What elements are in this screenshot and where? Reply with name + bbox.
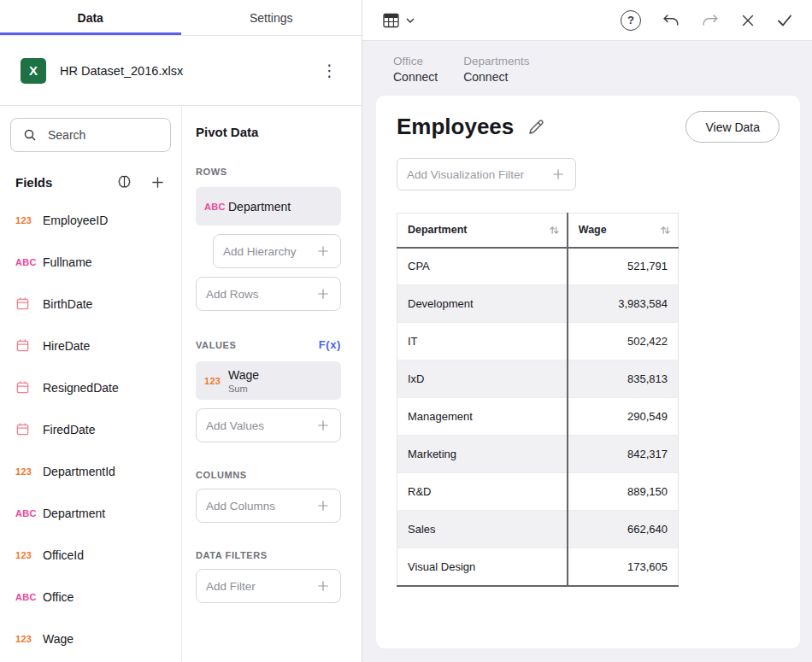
visualization-type-picker[interactable] <box>383 13 415 28</box>
text-type-icon: ABC <box>15 508 43 518</box>
number-type-icon: 123 <box>15 634 43 644</box>
column-header-department[interactable]: Department <box>397 214 568 248</box>
excel-file-icon: X <box>21 58 46 84</box>
add-hierarchy-dropzone[interactable]: Add Hierarchy <box>213 234 341 268</box>
fields-header: Fields <box>15 173 166 192</box>
visualization-card: Employees View Data Add Visualization Fi… <box>376 96 800 648</box>
add-values-dropzone[interactable]: Add Values <box>196 408 341 442</box>
visualization-toolbar: ? <box>362 0 812 41</box>
plus-icon <box>315 418 331 433</box>
app-window: Data Settings X HR Dataset_2016.xlsx ⋮ F… <box>0 0 812 662</box>
grid-visualization-icon <box>383 13 400 28</box>
search-icon <box>21 126 38 144</box>
undo-icon[interactable] <box>662 12 680 29</box>
table-row: Marketing 842,317 <box>397 436 679 473</box>
calendar-icon <box>15 380 43 395</box>
field-item-fullname[interactable]: ABC Fullname <box>10 241 171 283</box>
pivot-preview-table: Department Wage <box>397 213 679 587</box>
add-field-plus-icon[interactable] <box>150 174 166 190</box>
visualization-panel: ? O <box>362 0 812 662</box>
pencil-icon[interactable] <box>526 117 546 138</box>
kebab-menu-icon[interactable]: ⋮ <box>318 59 341 82</box>
table-row: Management 290,549 <box>397 398 679 436</box>
sort-icon[interactable] <box>549 225 560 236</box>
value-chip-wage[interactable]: 123 Wage Sum <box>196 361 341 400</box>
text-type-icon: ABC <box>15 592 43 602</box>
close-icon[interactable] <box>740 13 756 28</box>
column-header-wage[interactable]: Wage <box>568 214 679 248</box>
redo-icon[interactable] <box>701 12 720 29</box>
plus-icon <box>315 286 331 302</box>
add-rows-dropzone[interactable]: Add Rows <box>196 277 341 311</box>
visualization-title: Employees <box>397 114 514 140</box>
field-item-fireddate[interactable]: FiredDate <box>10 408 171 450</box>
field-item-wage[interactable]: 123 Wage <box>10 618 171 659</box>
fields-title: Fields <box>15 175 52 190</box>
confirm-icon[interactable] <box>776 13 793 28</box>
text-type-icon: ABC <box>204 202 228 212</box>
field-item-department[interactable]: ABC Department <box>10 492 171 534</box>
aggregation-label: Sum <box>228 384 259 394</box>
table-row: IT 502,422 <box>397 323 679 360</box>
plus-icon <box>315 578 331 594</box>
text-type-icon: ABC <box>15 257 43 267</box>
table-row: CPA 521,791 <box>397 248 679 285</box>
pivot-data-column: Pivot Data ROWS ABC Department Add Hiera… <box>182 106 362 662</box>
card-header: Employees View Data <box>397 111 780 143</box>
field-item-office[interactable]: ABC Office <box>10 576 171 618</box>
data-sources: Office Connect Departments Connect <box>362 41 812 96</box>
number-type-icon: 123 <box>15 466 43 477</box>
calendar-icon <box>15 338 43 353</box>
table-row: Development 3,983,584 <box>397 285 679 323</box>
fx-button[interactable]: F(x) <box>319 338 341 351</box>
add-columns-dropzone[interactable]: Add Columns <box>196 489 341 523</box>
table-row: Visual Design 173,605 <box>397 548 679 586</box>
table-row: Sales 662,640 <box>397 511 679 548</box>
field-item-resigneddate[interactable]: ResignedDate <box>10 366 171 408</box>
dataset-file-row: X HR Dataset_2016.xlsx ⋮ <box>0 36 362 106</box>
field-item-hiredate[interactable]: HireDate <box>10 325 171 366</box>
brain-icon[interactable] <box>115 173 134 192</box>
help-icon[interactable]: ? <box>621 10 641 31</box>
number-type-icon: 123 <box>15 215 43 226</box>
source-office[interactable]: Office Connect <box>393 55 438 84</box>
add-visualization-filter[interactable]: Add Visualization Filter <box>397 158 576 190</box>
row-chip-department[interactable]: ABC Department <box>196 187 341 226</box>
field-search-box[interactable] <box>10 118 171 152</box>
sort-icon[interactable] <box>660 225 671 236</box>
fields-column: Fields 123 EmployeeID <box>0 106 182 662</box>
field-item-birthdate[interactable]: BirthDate <box>10 283 171 325</box>
field-item-departmentid[interactable]: 123 DepartmentId <box>10 450 171 492</box>
panel-tabs: Data Settings <box>0 0 362 36</box>
search-input[interactable] <box>46 127 160 143</box>
tab-settings[interactable]: Settings <box>181 0 362 35</box>
dataset-file-name: HR Dataset_2016.xlsx <box>60 64 183 78</box>
tab-data[interactable]: Data <box>0 0 181 35</box>
plus-icon <box>550 167 566 182</box>
field-item-employeeid[interactable]: 123 EmployeeID <box>10 199 171 241</box>
calendar-icon <box>15 296 43 311</box>
plus-icon <box>315 498 331 513</box>
rows-section-label: ROWS <box>196 167 341 177</box>
source-departments[interactable]: Departments Connect <box>463 55 529 84</box>
number-type-icon: 123 <box>15 550 43 560</box>
panel-body: Fields 123 EmployeeID <box>0 106 362 662</box>
table-row: R&D 889,150 <box>397 473 679 511</box>
chevron-down-icon <box>406 18 415 23</box>
data-filters-section-label: DATA FILTERS <box>196 550 341 560</box>
pivot-data-title: Pivot Data <box>196 125 341 139</box>
plus-icon <box>315 243 331 259</box>
values-section-label: VALUES F(x) <box>196 338 341 351</box>
add-filter-dropzone[interactable]: Add Filter <box>196 569 341 603</box>
toolbar-actions: ? <box>621 10 793 31</box>
table-row: IxD 835,813 <box>397 360 679 398</box>
data-editor-panel: Data Settings X HR Dataset_2016.xlsx ⋮ F… <box>0 0 362 662</box>
number-type-icon: 123 <box>204 376 228 386</box>
field-item-officeid[interactable]: 123 OfficeId <box>10 534 171 576</box>
columns-section-label: COLUMNS <box>196 470 341 480</box>
calendar-icon <box>15 422 43 436</box>
view-data-button[interactable]: View Data <box>685 111 780 143</box>
